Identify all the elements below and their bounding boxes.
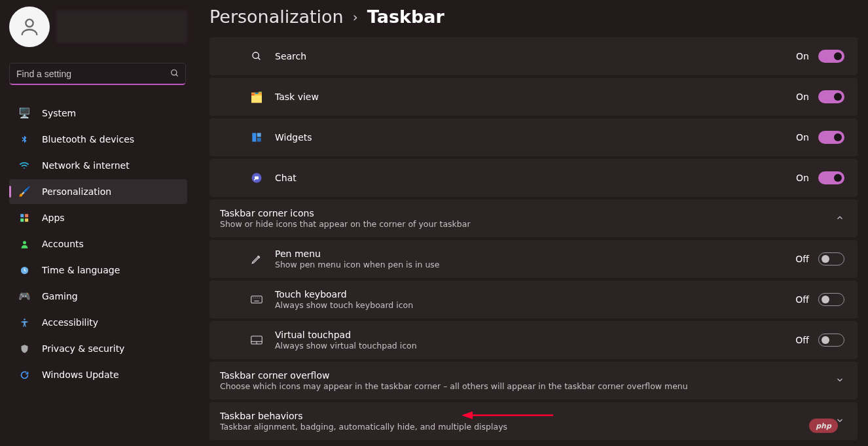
setting-row-virtual-touchpad[interactable]: Virtual touchpad Always show virtual tou… xyxy=(209,321,858,359)
section-subtitle: Taskbar alignment, badging, automaticall… xyxy=(220,422,826,432)
svg-rect-14 xyxy=(257,138,261,142)
breadcrumb: Personalization › Taskbar xyxy=(209,7,858,27)
pen-icon xyxy=(250,252,263,266)
section-title: Taskbar corner overflow xyxy=(220,370,826,381)
nav-label: Gaming xyxy=(42,291,78,301)
setting-label: Pen menu xyxy=(275,249,795,259)
toggle-state: On xyxy=(796,92,809,102)
search-input[interactable] xyxy=(9,63,186,85)
search-icon xyxy=(250,50,263,63)
apps-icon xyxy=(18,212,30,224)
touchpad-icon xyxy=(250,334,263,347)
shield-icon xyxy=(18,343,30,354)
setting-sublabel: Always show touch keyboard icon xyxy=(275,300,795,310)
clock-icon xyxy=(18,264,30,276)
toggle-state: Off xyxy=(795,294,809,305)
setting-row-touch-keyboard[interactable]: Touch keyboard Always show touch keyboar… xyxy=(209,281,858,318)
chevron-down-icon[interactable] xyxy=(835,375,844,386)
gamepad-icon: 🎮 xyxy=(18,290,30,302)
setting-label: Chat xyxy=(275,173,796,183)
setting-row-pen[interactable]: Pen menu Show pen menu icon when pen is … xyxy=(209,240,858,278)
nav-label: Accounts xyxy=(42,239,84,249)
nav-label: Personalization xyxy=(42,186,111,197)
nav-gaming[interactable]: 🎮 Gaming xyxy=(9,284,187,309)
setting-row-widgets[interactable]: Widgets On xyxy=(209,118,858,156)
toggle-taskview[interactable] xyxy=(818,90,844,103)
profile-name-blurred xyxy=(56,10,187,43)
svg-point-9 xyxy=(24,318,26,320)
toggle-virtual-touchpad[interactable] xyxy=(818,334,844,347)
nav-label: Network & internet xyxy=(42,160,130,171)
toggle-state: On xyxy=(796,132,809,143)
display-icon: 🖥️ xyxy=(18,107,30,119)
svg-point-1 xyxy=(172,70,177,75)
section-behaviors[interactable]: Taskbar behaviors Taskbar alignment, bad… xyxy=(209,402,858,440)
setting-label: Virtual touchpad xyxy=(275,330,795,340)
chevron-up-icon[interactable] xyxy=(835,213,844,224)
svg-rect-4 xyxy=(25,214,28,217)
avatar xyxy=(9,7,50,47)
section-title: Taskbar corner icons xyxy=(220,208,826,218)
nav-system[interactable]: 🖥️ System xyxy=(9,101,187,126)
section-corner-icons[interactable]: Taskbar corner icons Show or hide icons … xyxy=(209,199,858,237)
toggle-touch-keyboard[interactable] xyxy=(818,293,844,306)
setting-sublabel: Always show virtual touchpad icon xyxy=(275,341,795,351)
accessibility-icon xyxy=(18,317,30,328)
setting-row-taskview[interactable]: 🗂️ Task view On xyxy=(209,78,858,116)
nav-label: Accessibility xyxy=(42,317,98,328)
main-panel: Personalization › Taskbar Search On 🗂️ T… xyxy=(196,0,868,446)
section-title: Taskbar behaviors xyxy=(220,411,826,421)
svg-rect-16 xyxy=(251,296,262,303)
setting-row-chat[interactable]: Chat On xyxy=(209,159,858,197)
paintbrush-icon: 🖌️ xyxy=(18,186,30,197)
search-field[interactable] xyxy=(9,63,187,85)
setting-label: Widgets xyxy=(275,132,796,143)
update-icon xyxy=(18,369,30,381)
php-watermark: php xyxy=(809,419,838,433)
wifi-icon xyxy=(18,160,30,171)
setting-row-search[interactable]: Search On xyxy=(209,37,858,75)
nav-bluetooth[interactable]: Bluetooth & devices xyxy=(9,127,187,152)
nav-personalization[interactable]: 🖌️ Personalization xyxy=(9,179,187,204)
setting-label: Search xyxy=(275,51,796,61)
taskview-icon: 🗂️ xyxy=(250,90,263,103)
nav-label: Windows Update xyxy=(42,369,119,380)
bluetooth-icon xyxy=(18,133,30,145)
nav-accounts[interactable]: Accounts xyxy=(9,232,187,256)
svg-rect-3 xyxy=(20,214,24,217)
nav-apps[interactable]: Apps xyxy=(9,205,187,230)
widgets-icon xyxy=(250,131,263,144)
toggle-state: On xyxy=(796,51,809,61)
profile-row[interactable] xyxy=(9,7,187,47)
nav-windows-update[interactable]: Windows Update xyxy=(9,362,187,387)
setting-sublabel: Show pen menu icon when pen is in use xyxy=(275,260,795,269)
keyboard-icon xyxy=(250,293,263,306)
toggle-widgets[interactable] xyxy=(818,131,844,144)
sidebar: 🖥️ System Bluetooth & devices Network & … xyxy=(0,0,196,446)
toggle-state: Off xyxy=(795,335,809,345)
nav-label: Privacy & security xyxy=(42,343,124,354)
nav-list: 🖥️ System Bluetooth & devices Network & … xyxy=(9,101,187,387)
section-subtitle: Show or hide icons that appear on the co… xyxy=(220,219,826,229)
setting-label: Touch keyboard xyxy=(275,289,795,300)
svg-rect-13 xyxy=(257,133,261,137)
svg-point-10 xyxy=(253,52,259,58)
svg-rect-12 xyxy=(252,133,256,141)
toggle-state: On xyxy=(796,173,809,183)
section-subtitle: Choose which icons may appear in the tas… xyxy=(220,381,826,391)
chat-icon xyxy=(250,171,263,184)
toggle-chat[interactable] xyxy=(818,171,844,184)
nav-accessibility[interactable]: Accessibility xyxy=(9,310,187,335)
person-icon xyxy=(18,238,30,250)
breadcrumb-current: Taskbar xyxy=(367,7,444,27)
user-icon xyxy=(18,16,41,38)
nav-privacy[interactable]: Privacy & security xyxy=(9,336,187,361)
nav-time-language[interactable]: Time & language xyxy=(9,258,187,283)
toggle-pen[interactable] xyxy=(818,252,844,266)
breadcrumb-parent[interactable]: Personalization xyxy=(209,7,344,27)
svg-rect-5 xyxy=(20,218,24,222)
toggle-search[interactable] xyxy=(818,50,844,63)
svg-point-0 xyxy=(26,20,33,27)
nav-network[interactable]: Network & internet xyxy=(9,153,187,178)
section-overflow[interactable]: Taskbar corner overflow Choose which ico… xyxy=(209,362,858,400)
